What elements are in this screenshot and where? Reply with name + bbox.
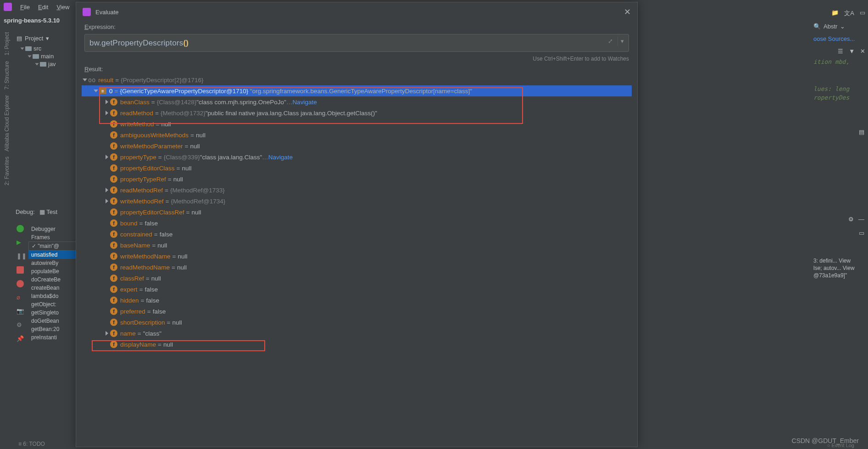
tool-cloud-explorer[interactable]: Alibaba Cloud Explorer	[4, 95, 10, 152]
camera-icon[interactable]: 📷	[17, 308, 24, 315]
expand-arrow-icon[interactable]	[106, 188, 108, 192]
stack-frame[interactable]: preInstanti	[28, 333, 77, 342]
menu-file[interactable]: FFileile	[20, 4, 30, 11]
debug-config-tab[interactable]: ▦ Test	[39, 208, 57, 215]
result-field[interactable]: fbaseName=null	[82, 240, 632, 251]
result-field[interactable]: fwriteMethod=null	[82, 118, 632, 129]
translate-icon[interactable]: 文A	[844, 9, 854, 17]
close-icon[interactable]: ✕	[624, 7, 631, 17]
field-name: result	[98, 77, 113, 84]
result-field[interactable]: fpreferred=false	[82, 306, 632, 317]
field-name: name	[120, 330, 136, 337]
menu-view[interactable]: ViewView	[56, 4, 69, 11]
field-name: shortDescription	[120, 319, 165, 326]
expand-arrow-icon[interactable]	[94, 90, 98, 92]
debugger-tab[interactable]: Debugger	[28, 225, 77, 233]
gear-icon[interactable]: ⚙	[848, 216, 854, 223]
expand-icon[interactable]: ⤢	[606, 36, 615, 45]
result-field[interactable]: fbound=false	[82, 218, 632, 229]
field-value: null	[151, 275, 161, 282]
expand-arrow-icon[interactable]	[106, 111, 108, 115]
stack-frame[interactable]: getBean:20	[28, 325, 77, 333]
result-field[interactable]: freadMethodRef={MethodRef@1733}	[82, 185, 632, 196]
navigate-link[interactable]: Navigate	[292, 99, 317, 106]
field-value: null	[196, 132, 206, 139]
thread-selector[interactable]: ✓ "main"@	[28, 241, 77, 251]
abstr-dropdown[interactable]: 🔍 Abstr ⌄	[811, 20, 868, 33]
mute-icon[interactable]: ⌀	[17, 294, 24, 301]
navigate-link[interactable]: Navigate	[268, 154, 293, 161]
equals: =	[154, 231, 158, 238]
result-item-0[interactable]: ≡ 0 = {GenericTypeAwarePropertyDescripto…	[82, 85, 632, 96]
tree-java[interactable]: jav	[14, 60, 76, 68]
result-field[interactable]: fshortDescription=null	[82, 317, 632, 328]
event-log[interactable]: ○ Event Log	[827, 443, 854, 448]
pause-icon[interactable]: ❚❚	[17, 253, 24, 260]
breakpoints-icon[interactable]	[17, 280, 24, 287]
result-field[interactable]: fbeanClass={Class@1428} "class com.mjh.s…	[82, 96, 632, 107]
result-field[interactable]: fconstrained=false	[82, 229, 632, 240]
result-field[interactable]: freadMethodName=null	[82, 262, 632, 273]
tree-src[interactable]: src	[14, 45, 76, 52]
result-root[interactable]: oo result = {PropertyDescriptor[2]@1716}	[82, 74, 632, 85]
stack-frame[interactable]: unsatisfied	[28, 251, 77, 259]
bookmark-icon[interactable]: ▤	[859, 129, 864, 135]
gear-icon[interactable]: ⚙	[17, 321, 24, 329]
expand-arrow-icon[interactable]	[106, 155, 108, 159]
minimize-icon[interactable]: —	[858, 216, 864, 223]
field-badge-icon: f	[110, 297, 117, 304]
expand-arrow-icon[interactable]	[106, 100, 108, 104]
result-field[interactable]: fpropertyEditorClass=null	[82, 163, 632, 174]
result-field[interactable]: fwriteMethodRef={MethodRef@1734}	[82, 196, 632, 207]
expand-arrow-icon[interactable]	[83, 79, 87, 81]
result-field[interactable]: fhidden=false	[82, 295, 632, 306]
stack-frame[interactable]: lambda$do	[28, 292, 77, 300]
result-field[interactable]: fambiguousWriteMethods=null	[82, 129, 632, 140]
choose-sources-link[interactable]: oose Sources...	[811, 33, 868, 45]
result-tree[interactable]: oo result = {PropertyDescriptor[2]@1716}…	[82, 74, 632, 447]
expand-arrow-icon[interactable]	[106, 199, 108, 203]
pin-icon[interactable]: 📌	[17, 335, 24, 342]
result-field[interactable]: freadMethod={Method@1732} "public final …	[82, 107, 632, 118]
code-snippet: ition mbd,	[811, 57, 868, 66]
tool-structure[interactable]: 7: Structure	[4, 61, 10, 90]
menu-edit[interactable]: EditEdit	[38, 4, 48, 11]
project-panel-header[interactable]: ▤ Project ▾	[14, 32, 76, 45]
stack-frame[interactable]: getSingleto	[28, 309, 77, 317]
stop-icon[interactable]	[17, 266, 24, 274]
result-field[interactable]: fdisplayName=null	[82, 339, 632, 350]
chevron-down-icon[interactable]: ▾	[618, 36, 627, 45]
chevron-down-icon[interactable]: ▾	[46, 35, 49, 42]
tool-favorites[interactable]: 2: Favorites	[4, 157, 10, 185]
todo-tab[interactable]: ≡ 6: TODO	[18, 441, 45, 447]
layout-icon[interactable]: ▭	[859, 230, 864, 236]
filter-icon[interactable]: ▼	[849, 48, 855, 55]
result-field[interactable]: fpropertyType={Class@339} "class java.la…	[82, 152, 632, 163]
expression-input[interactable]: bw.getPropertyDescriptors() ⤢ ▾	[84, 34, 629, 52]
expand-arrow-icon[interactable]	[106, 331, 108, 336]
result-field[interactable]: fclassRef=null	[82, 273, 632, 284]
stack-frame[interactable]: autowireBy	[28, 259, 77, 267]
stack-frame[interactable]: getObject:	[28, 300, 77, 309]
close-icon[interactable]: ✕	[860, 48, 865, 55]
expression-hint: Use Ctrl+Shift+Enter to add to Watches	[76, 54, 637, 64]
rerun-icon[interactable]	[17, 225, 24, 232]
settings-icon[interactable]: ☰	[838, 48, 843, 55]
window-icon[interactable]: ▭	[860, 9, 865, 17]
stack-frame[interactable]: populateBe	[28, 267, 77, 275]
resume-icon[interactable]: ▶	[17, 239, 24, 246]
result-field[interactable]: fname="class"	[82, 328, 632, 339]
equals: =	[139, 286, 143, 293]
stack-frame[interactable]: createBean	[28, 284, 77, 292]
tree-main[interactable]: main	[14, 52, 76, 60]
stack-frame[interactable]: doGetBean	[28, 317, 77, 325]
folder-icon[interactable]: 📁	[831, 9, 839, 17]
result-field[interactable]: fpropertyTypeRef=null	[82, 174, 632, 185]
field-value: null	[157, 242, 167, 249]
stack-frame[interactable]: doCreateBe	[28, 275, 77, 284]
result-field[interactable]: fwriteMethodParameter=null	[82, 140, 632, 152]
result-field[interactable]: fwriteMethodName=null	[82, 251, 632, 262]
tool-project[interactable]: 1: Project	[4, 32, 10, 56]
result-field[interactable]: fexpert=false	[82, 284, 632, 295]
result-field[interactable]: fpropertyEditorClassRef=null	[82, 207, 632, 218]
